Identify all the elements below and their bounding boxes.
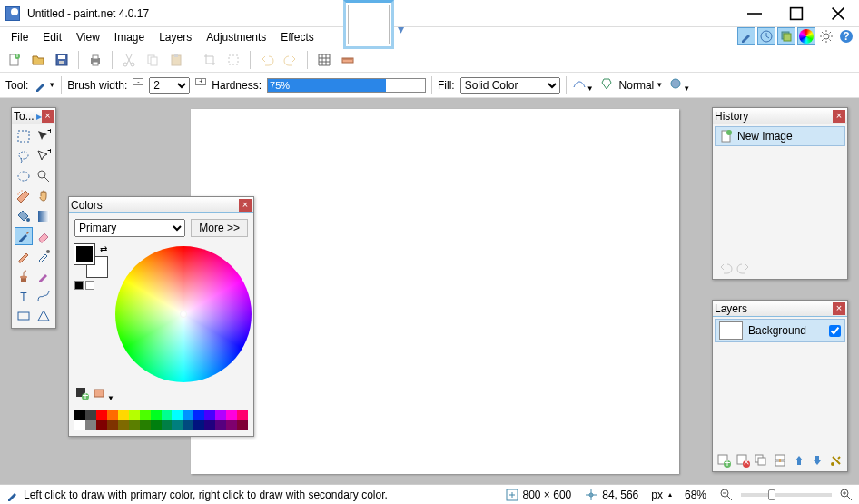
antialias-toggle[interactable]: ▼ (572, 76, 594, 94)
alpha-blend-toggle[interactable] (599, 76, 614, 94)
palette-swatch[interactable] (151, 420, 162, 430)
palette-swatch[interactable] (162, 420, 173, 430)
color-wheel-picker[interactable] (180, 311, 187, 318)
palette-swatch[interactable] (129, 420, 140, 430)
settings-icon[interactable] (817, 27, 835, 45)
maximize-button[interactable] (775, 0, 817, 27)
duplicate-layer-button[interactable] (754, 453, 768, 468)
pencil-tool[interactable] (15, 247, 33, 265)
fill-tool[interactable] (15, 207, 33, 225)
ruler-button[interactable] (339, 51, 357, 69)
palette-swatch[interactable] (118, 420, 129, 430)
deselect-button[interactable] (224, 51, 242, 69)
colors-more-button[interactable]: More >> (191, 219, 248, 237)
thumbnail-dropdown-icon[interactable]: ▾ (398, 22, 404, 36)
menu-view[interactable]: View (69, 29, 107, 45)
palette-swatch[interactable] (215, 410, 226, 420)
palette-swatch[interactable] (96, 410, 107, 420)
redo-button[interactable] (281, 51, 300, 69)
magic-wand-tool[interactable] (15, 187, 33, 205)
tools-panel-header[interactable]: To... ▸ × (12, 108, 55, 124)
palette-swatch[interactable] (204, 420, 215, 430)
undo-button[interactable] (258, 51, 276, 69)
history-panel-header[interactable]: History × (713, 108, 847, 124)
layers-window-toggle[interactable] (777, 27, 795, 45)
palette-swatch[interactable] (140, 410, 151, 420)
move-pixels-tool[interactable]: + (35, 147, 53, 165)
menu-edit[interactable]: Edit (35, 29, 69, 45)
blend-mode-select[interactable]: Normal▼ (619, 79, 664, 92)
history-panel-close[interactable]: × (833, 110, 845, 123)
ellipse-select-tool[interactable] (15, 167, 33, 185)
document-thumbnail[interactable] (343, 0, 394, 49)
history-item[interactable]: New Image (715, 126, 845, 146)
color-wheel[interactable] (115, 246, 252, 382)
save-button[interactable] (53, 51, 71, 69)
pan-tool[interactable] (35, 187, 53, 205)
rect-select-tool[interactable] (15, 127, 33, 145)
recolor-tool[interactable] (35, 267, 53, 285)
layer-item[interactable]: Background (715, 319, 845, 342)
cut-button[interactable] (120, 51, 138, 69)
delete-layer-button[interactable]: × (736, 453, 750, 468)
grid-button[interactable] (315, 51, 333, 69)
palette-swatch[interactable] (107, 410, 118, 420)
paste-button[interactable] (167, 51, 185, 69)
zoom-in-button[interactable] (839, 488, 854, 502)
colors-panel-close[interactable]: × (239, 199, 252, 212)
palette-swatch[interactable] (107, 420, 118, 430)
line-tool[interactable] (35, 287, 53, 305)
color-target-select[interactable]: Primary (74, 219, 185, 237)
menu-layers[interactable]: Layers (152, 29, 199, 45)
palette-swatch[interactable] (85, 420, 96, 430)
minimize-button[interactable] (734, 0, 775, 27)
text-tool[interactable]: T (15, 287, 33, 305)
gradient-tool[interactable] (35, 207, 53, 225)
palette-swatch[interactable] (183, 410, 193, 420)
swap-colors-icon[interactable]: ⇄ (100, 244, 107, 254)
eraser-tool[interactable] (35, 227, 53, 245)
tools-window-toggle[interactable] (737, 27, 755, 45)
history-window-toggle[interactable] (757, 27, 775, 45)
tool-selector[interactable]: ▼ (34, 78, 55, 93)
zoom-slider[interactable] (741, 493, 832, 497)
brush-width-decrement[interactable]: - (133, 78, 143, 93)
history-redo-icon[interactable] (736, 261, 751, 275)
rectangle-tool[interactable] (15, 307, 33, 325)
zoom-out-button[interactable] (719, 488, 734, 502)
hardness-slider[interactable]: 75% (267, 78, 426, 93)
unit-selector[interactable]: px▴ (651, 489, 672, 501)
copy-button[interactable] (143, 51, 162, 69)
palette-swatch[interactable] (237, 420, 248, 430)
primary-color[interactable] (74, 244, 94, 264)
palette-swatch[interactable] (215, 420, 226, 430)
palette-swatch[interactable] (151, 410, 162, 420)
brush-width-select[interactable]: 2 (149, 77, 190, 94)
crop-button[interactable] (201, 51, 219, 69)
brush-width-increment[interactable]: + (195, 78, 206, 93)
palette-swatch[interactable] (204, 410, 215, 420)
move-layer-down-button[interactable] (810, 453, 824, 468)
colors-panel-header[interactable]: Colors × (69, 197, 253, 213)
merge-layer-button[interactable] (773, 453, 787, 468)
palette-swatch[interactable] (96, 420, 107, 430)
open-button[interactable] (29, 51, 47, 69)
move-selection-tool[interactable]: + (35, 127, 53, 145)
colors-window-toggle[interactable] (797, 27, 815, 45)
layers-panel-close[interactable]: × (833, 302, 845, 315)
palette-swatch[interactable] (193, 420, 204, 430)
zoom-tool[interactable] (35, 167, 53, 185)
palette-swatch[interactable] (74, 410, 85, 420)
menu-adjustments[interactable]: Adjustments (199, 29, 273, 45)
new-button[interactable]: + (5, 51, 24, 69)
palette-swatch[interactable] (172, 410, 183, 420)
reset-colors[interactable] (74, 281, 84, 290)
canvas[interactable] (191, 109, 679, 474)
palette-swatch[interactable] (226, 420, 237, 430)
paintbrush-tool[interactable] (15, 227, 33, 245)
selection-mode[interactable]: ▼ (668, 76, 690, 94)
print-button[interactable] (86, 51, 104, 69)
palette-swatch[interactable] (74, 420, 85, 430)
palette-swatch[interactable] (129, 410, 140, 420)
palette-swatch[interactable] (226, 410, 237, 420)
